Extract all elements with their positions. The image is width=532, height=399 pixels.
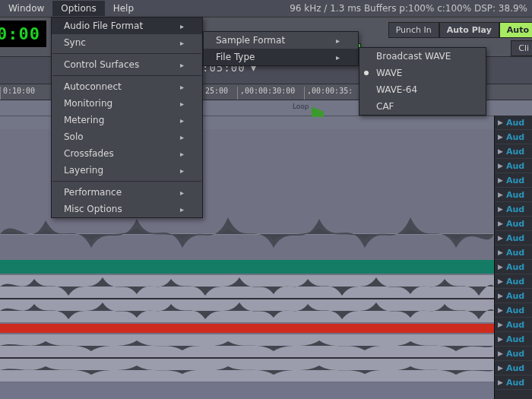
track-name: Aud: [506, 233, 524, 243]
menu-item[interactable]: Misc Options▸: [52, 201, 202, 217]
menu-item[interactable]: WAVE-64: [359, 81, 486, 98]
track-list-item[interactable]: ▶Aud: [495, 245, 532, 260]
menu-item[interactable]: Sync▸: [52, 34, 202, 51]
waveform: [0, 299, 494, 322]
primary-clock[interactable]: 0:00: [0, 21, 46, 47]
disclosure-icon: ▶: [498, 321, 503, 328]
menu-item-label: Broadcast WAVE: [376, 51, 451, 62]
track-list-item[interactable]: ▶Aud: [495, 375, 532, 390]
track-name: Aud: [506, 378, 524, 388]
track-list[interactable]: ▶Aud▶Aud▶Aud▶Aud▶Aud▶Aud▶Aud▶Aud▶Aud▶Aud…: [494, 116, 532, 399]
options-menu[interactable]: Audio File Format▸Sync▸Control Surfaces▸…: [51, 17, 203, 218]
menu-item-label: WAVE: [376, 68, 402, 78]
menu-item-label: Sample Format: [216, 35, 285, 46]
track-list-item[interactable]: ▶Aud: [495, 274, 532, 289]
menu-item[interactable]: WAVE: [359, 65, 486, 81]
track-list-item[interactable]: ▶Aud: [495, 173, 532, 188]
disclosure-icon: ▶: [498, 292, 503, 299]
menu-item-label: Metering: [64, 115, 104, 125]
track-list-item[interactable]: ▶Aud: [495, 144, 532, 159]
menu-item[interactable]: Layering▸: [52, 162, 202, 179]
toolbar-button[interactable]: Auto Play: [439, 22, 499, 38]
track-list-item[interactable]: ▶Aud: [495, 289, 532, 303]
track-list-item[interactable]: ▶Aud: [495, 130, 532, 144]
disclosure-icon: ▶: [498, 335, 503, 343]
track-name: Aud: [506, 349, 524, 359]
submenu-arrow-icon: ▸: [180, 133, 184, 141]
menu-item-label: Autoconnect: [64, 81, 122, 92]
menu-item[interactable]: Control Surfaces▸: [52, 56, 202, 73]
track-list-item[interactable]: ▶Aud: [495, 159, 532, 173]
disclosure-icon: ▶: [498, 249, 503, 256]
track-list-item[interactable]: ▶Aud: [495, 217, 532, 231]
submenu-arrow-icon: ▸: [180, 61, 184, 69]
track-list-item[interactable]: ▶Aud: [495, 332, 532, 347]
menu-item-label: WAVE-64: [376, 84, 417, 95]
track-list-item[interactable]: ▶Aud: [495, 303, 532, 318]
submenu-arrow-icon: ▸: [180, 205, 184, 214]
waveform: [0, 275, 494, 298]
submenu-arrow-icon: ▸: [180, 116, 184, 125]
toolbar-button[interactable]: Cli: [511, 40, 532, 56]
menu-item[interactable]: Monitoring▸: [52, 95, 202, 112]
ruler-tick: ,00:00:35:: [304, 87, 353, 100]
submenu-arrow-icon: ▸: [180, 39, 184, 47]
menu-item-label: Performance: [64, 187, 122, 198]
track-list-item[interactable]: ▶Aud: [495, 361, 532, 375]
toolbar-button[interactable]: Punch In: [388, 22, 439, 38]
menu-options[interactable]: Options: [52, 1, 104, 16]
track-list-item[interactable]: ▶Aud: [495, 202, 532, 217]
track-list-item[interactable]: ▶Aud: [495, 231, 532, 245]
menu-item-label: Sync: [64, 37, 86, 48]
menu-help[interactable]: Help: [105, 1, 142, 16]
menu-item[interactable]: Sample Format▸: [204, 32, 358, 49]
track-name: Aud: [506, 320, 524, 330]
menu-item[interactable]: Metering▸: [52, 112, 202, 128]
menu-item[interactable]: Solo▸: [52, 128, 202, 145]
submenu-arrow-icon: ▸: [180, 100, 184, 108]
submenu-arrow-icon: ▸: [336, 36, 340, 45]
menu-item-label: Control Surfaces: [64, 59, 139, 70]
disclosure-icon: ▶: [498, 147, 503, 155]
file-type-submenu[interactable]: Broadcast WAVEWAVEWAVE-64CAF: [359, 47, 486, 116]
track-list-item[interactable]: ▶Aud: [495, 318, 532, 332]
disclosure-icon: ▶: [498, 220, 503, 227]
submenu-arrow-icon: ▸: [180, 166, 184, 175]
menu-item[interactable]: Performance▸: [52, 184, 202, 201]
menu-item-label: Monitoring: [64, 98, 112, 109]
track-name: Aud: [506, 219, 524, 229]
track-name: Aud: [506, 118, 524, 128]
submenu-arrow-icon: ▸: [180, 188, 184, 197]
waveform: [0, 359, 494, 382]
disclosure-icon: ▶: [498, 378, 503, 386]
disclosure-icon: ▶: [498, 119, 503, 126]
track-list-item[interactable]: ▶Aud: [495, 260, 532, 274]
audio-file-format-submenu[interactable]: Sample Format▸File Type▸: [203, 31, 359, 66]
track-name: Aud: [506, 334, 524, 344]
disclosure-icon: ▶: [498, 162, 503, 169]
menu-item-label: Layering: [64, 165, 103, 176]
engine-status: 96 kHz / 1.3 ms Buffers p:100% c:100% DS…: [290, 3, 532, 14]
disclosure-icon: ▶: [498, 350, 503, 357]
track-separator-red: [0, 324, 494, 333]
track-name: Aud: [506, 190, 524, 200]
menu-window[interactable]: Window: [0, 1, 52, 16]
track-list-item[interactable]: ▶Aud: [495, 116, 532, 130]
menu-item[interactable]: File Type▸: [204, 49, 358, 65]
toolbar-button[interactable]: Auto: [499, 22, 532, 38]
submenu-arrow-icon: ▸: [180, 150, 184, 158]
menu-item-label: Misc Options: [64, 204, 122, 214]
track-name: Aud: [506, 363, 524, 373]
menu-item-label: Audio File Format: [64, 21, 143, 31]
submenu-arrow-icon: ▸: [336, 53, 340, 62]
menu-item[interactable]: CAF: [359, 98, 486, 115]
track-list-item[interactable]: ▶Aud: [495, 347, 532, 361]
track-list-item[interactable]: ▶Aud: [495, 188, 532, 202]
disclosure-icon: ▶: [498, 205, 503, 213]
menu-item[interactable]: Broadcast WAVE: [359, 48, 486, 65]
menu-item[interactable]: Crossfades▸: [52, 145, 202, 162]
menu-item[interactable]: Audio File Format▸: [52, 17, 202, 34]
menu-item[interactable]: Autoconnect▸: [52, 78, 202, 95]
loop-end-icon[interactable]: [312, 106, 324, 116]
track-name: Aud: [506, 132, 524, 142]
